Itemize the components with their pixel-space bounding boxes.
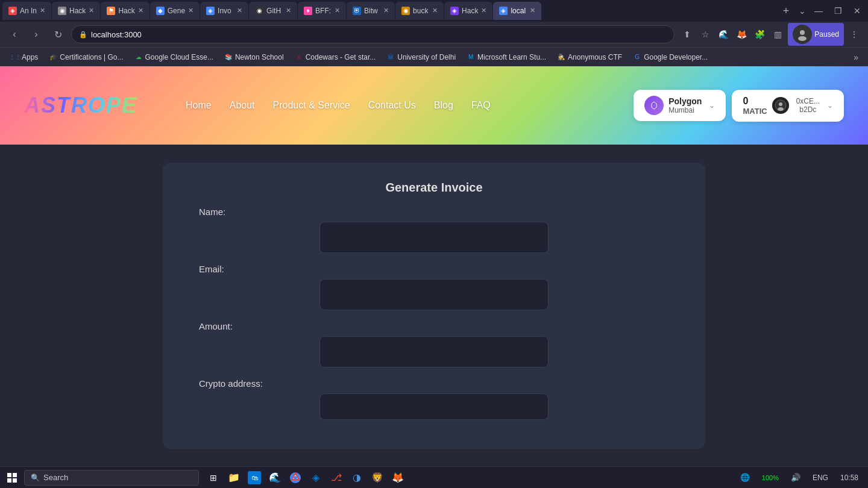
edge-taskbar-icon: 🌊 — [268, 471, 281, 484]
wallet-balance-button[interactable]: 0 MATIC 0xCE...b2Dc ⌄ — [732, 90, 844, 122]
bookmark-bm-apps[interactable]: ⋮⋮ Apps — [6, 51, 43, 63]
bookmark-bm-gcloud[interactable]: ☁ Google Cloud Esse... — [130, 51, 218, 63]
nav-home[interactable]: Home — [186, 100, 212, 111]
network-icon[interactable]: 🌐 — [735, 467, 755, 489]
bookmark-icon-bm-certifications: 🎓 — [49, 53, 57, 61]
fox-icon[interactable]: 🦊 — [734, 27, 749, 42]
tab-tab10[interactable]: ◈ Hack ✕ — [444, 2, 492, 20]
balance-currency: MATIC — [743, 107, 767, 116]
tab-close-tab11[interactable]: ✕ — [530, 7, 535, 14]
tab-tab1[interactable]: ◈ An In ✕ — [2, 2, 51, 20]
volume-icon[interactable]: 🔊 — [786, 467, 805, 489]
bookmark-bm-codewars[interactable]: ⚔ Codewars - Get star... — [290, 51, 381, 63]
ms-store-button[interactable]: 🛍 — [245, 467, 264, 489]
bookmark-icon-bm-newton: 📚 — [224, 53, 233, 61]
vscode-button[interactable]: ◈ — [306, 467, 326, 489]
tab-tab8[interactable]: ⛨ Bitw ✕ — [347, 2, 395, 20]
share-icon[interactable]: ⬆ — [679, 27, 695, 42]
taskbar-system-tray: 🌐 100% 🔊 ENG 10:58 — [735, 467, 868, 489]
minimize-button[interactable]: — — [810, 2, 827, 19]
restore-button[interactable]: ❐ — [829, 2, 846, 19]
url-bar[interactable]: 🔒 localhost:3000 — [71, 25, 675, 43]
tab-close-tab1[interactable]: ✕ — [40, 7, 45, 14]
file-explorer-button[interactable]: 📁 — [224, 467, 244, 489]
task-view-button[interactable]: ⊞ — [204, 467, 223, 489]
brave-button[interactable]: 🦁 — [368, 467, 387, 489]
tab-close-tab9[interactable]: ✕ — [432, 7, 438, 14]
puzzle-icon[interactable]: 🧩 — [752, 27, 767, 42]
wallet-network-info: Polygon Mumbai — [668, 96, 702, 114]
bookmark-icon-bm-codewars: ⚔ — [295, 53, 303, 61]
tab-close-tab2[interactable]: ✕ — [89, 7, 94, 14]
tab-favicon-tab4: ◆ — [156, 7, 165, 15]
tab-tab2[interactable]: ◉ Hack ✕ — [52, 2, 100, 20]
name-field-group: Name: — [199, 207, 669, 253]
close-button[interactable]: ✕ — [849, 2, 866, 19]
nav-blog[interactable]: Blog — [434, 100, 453, 111]
tab-tab9[interactable]: ◉ buck ✕ — [395, 2, 444, 20]
chromium-icon: ◑ — [350, 471, 363, 484]
clock[interactable]: 10:58 — [835, 467, 863, 489]
tab-overflow-button[interactable]: ⌄ — [795, 6, 810, 16]
back-button[interactable]: ‹ — [6, 26, 23, 43]
tab-close-tab8[interactable]: ✕ — [383, 7, 389, 14]
reload-button[interactable]: ↻ — [49, 26, 66, 43]
bookmarks-more-button[interactable]: » — [850, 51, 862, 64]
email-field-group: Email: — [199, 264, 669, 310]
tab-favicon-tab3: ⚑ — [107, 7, 115, 15]
browser-chrome: ◈ An In ✕ ◉ Hack ✕ ⚑ Hack ✕ ◆ Gene ✕ ◈ I… — [0, 0, 868, 66]
tab-title-tab8: Bitw — [364, 7, 378, 15]
amount-field-group: Amount: — [199, 321, 669, 368]
bookmark-bm-newton[interactable]: 📚 Newton School — [219, 51, 289, 63]
tab-close-tab5[interactable]: ✕ — [237, 7, 242, 14]
store-icon: 🛍 — [248, 471, 261, 484]
wallet-avatar — [772, 97, 789, 114]
tab-tab5[interactable]: ◈ Invo ✕ — [200, 2, 248, 20]
bookmark-bm-university[interactable]: 🏛 University of Delhi — [382, 51, 461, 63]
tab-tab7[interactable]: ♦ BFF: ✕ — [298, 2, 346, 20]
start-button[interactable] — [0, 467, 24, 489]
crypto-address-input[interactable] — [319, 393, 549, 420]
new-tab-button[interactable]: + — [778, 2, 794, 19]
tab-title-tab6: GitH — [266, 7, 281, 15]
tab-close-tab10[interactable]: ✕ — [481, 7, 486, 14]
tab-close-tab3[interactable]: ✕ — [138, 7, 143, 14]
bookmark-bm-mslearn[interactable]: M Microsoft Learn Stu... — [462, 51, 551, 63]
forward-button[interactable]: › — [28, 26, 45, 43]
chrome-button[interactable] — [286, 467, 305, 489]
amount-input[interactable] — [319, 336, 549, 368]
nav-about[interactable]: About — [230, 100, 255, 111]
tab-tab3[interactable]: ⚑ Hack ✕ — [101, 2, 149, 20]
svg-point-4 — [778, 107, 784, 111]
git-button[interactable]: ⎇ — [327, 467, 346, 489]
nav-product[interactable]: Product & Service — [273, 100, 350, 111]
nav-faq[interactable]: FAQ — [471, 100, 491, 111]
tab-favicon-tab2: ◉ — [58, 7, 66, 15]
metamask-button[interactable]: 🦊 — [388, 467, 407, 489]
chromium-button[interactable]: ◑ — [347, 467, 366, 489]
sidebar-toggle-icon[interactable]: ▥ — [770, 27, 785, 42]
tab-close-tab7[interactable]: ✕ — [335, 7, 340, 14]
tab-favicon-tab7: ♦ — [304, 7, 312, 15]
tab-close-tab4[interactable]: ✕ — [188, 7, 193, 14]
battery-indicator[interactable]: 100% — [757, 467, 784, 489]
profile-button[interactable]: Paused — [788, 23, 844, 46]
bookmark-bm-gdev[interactable]: G Google Developer... — [628, 51, 712, 63]
taskbar-search[interactable]: 🔍 Search — [24, 470, 199, 486]
bookmark-bm-anon[interactable]: 🕵 Anonymous CTF — [552, 51, 627, 63]
language-selector[interactable]: ENG — [808, 467, 833, 489]
edge-browser-button[interactable]: 🌊 — [265, 467, 285, 489]
wallet-network-button[interactable]: Polygon Mumbai ⌄ — [634, 90, 726, 121]
tab-tab11[interactable]: ◈ local ✕ — [493, 2, 541, 20]
email-input[interactable] — [319, 279, 549, 310]
bookmark-bm-certifications[interactable]: 🎓 Certifications | Go... — [44, 51, 128, 63]
bookmark-star-icon[interactable]: ☆ — [697, 27, 713, 42]
tab-tab4[interactable]: ◆ Gene ✕ — [150, 2, 200, 20]
tab-tab6[interactable]: ◉ GitH ✕ — [249, 2, 297, 20]
tab-close-tab6[interactable]: ✕ — [286, 7, 291, 14]
menu-icon[interactable]: ⋮ — [846, 27, 862, 42]
edge-icon[interactable]: 🌊 — [715, 27, 731, 42]
tab-favicon-tab8: ⛨ — [353, 7, 361, 15]
name-input[interactable] — [319, 222, 549, 253]
nav-contact[interactable]: Contact Us — [368, 100, 416, 111]
